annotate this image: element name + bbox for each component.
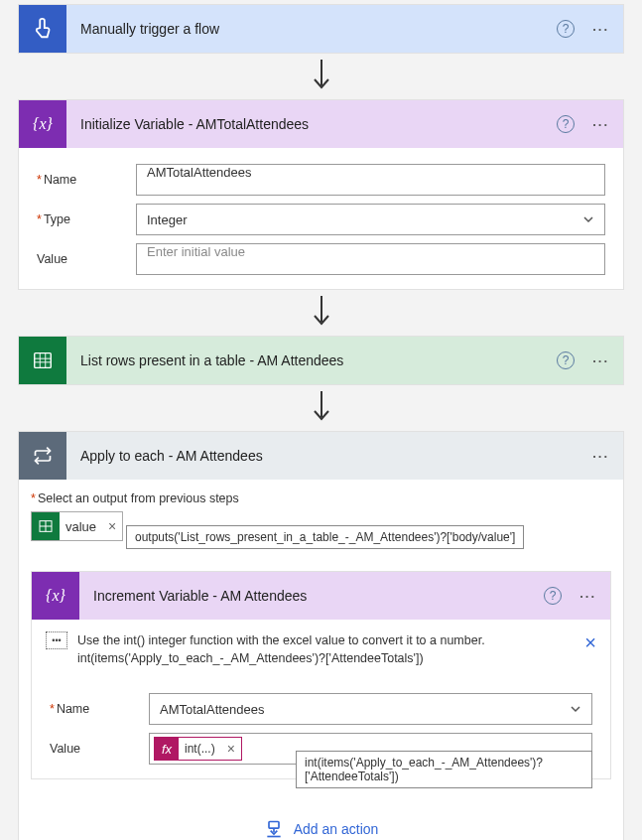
- close-icon[interactable]: ×: [584, 631, 596, 654]
- field-label-value: Value: [37, 252, 136, 266]
- field-label-value: Value: [50, 742, 149, 756]
- comment-icon: •••: [46, 631, 67, 649]
- help-icon[interactable]: ?: [544, 587, 562, 605]
- comment-box: ••• Use the int() integer function with …: [32, 620, 610, 667]
- add-step-icon: [264, 819, 284, 839]
- card-header[interactable]: Apply to each - AM Attendees ···: [19, 432, 623, 480]
- token-remove[interactable]: ×: [102, 518, 122, 534]
- trigger-card[interactable]: Manually trigger a flow ? ···: [18, 4, 624, 54]
- card-title: Manually trigger a flow: [66, 21, 557, 37]
- card-header[interactable]: Manually trigger a flow ? ···: [19, 5, 623, 53]
- increment-variable-card[interactable]: {x} Increment Variable - AM Attendees ? …: [31, 571, 611, 779]
- chevron-down-icon: [570, 703, 581, 715]
- card-header[interactable]: {x} Increment Variable - AM Attendees ? …: [32, 572, 610, 620]
- connector-arrow: [0, 296, 642, 330]
- variable-icon: {x}: [32, 572, 79, 620]
- card-title: List rows present in a table - AM Attend…: [66, 352, 557, 368]
- more-menu[interactable]: ···: [588, 449, 613, 464]
- token-remove[interactable]: ×: [221, 741, 241, 757]
- expression-token[interactable]: fx int(...) ×: [154, 737, 242, 761]
- help-icon[interactable]: ?: [557, 351, 575, 369]
- help-icon[interactable]: ?: [557, 115, 575, 133]
- field-label-name: Name: [50, 702, 149, 716]
- select-output-label: Select an output from previous steps: [31, 491, 611, 505]
- fx-icon: fx: [155, 737, 179, 761]
- excel-icon: [19, 337, 66, 384]
- container-body: Select an output from previous steps val…: [19, 480, 623, 840]
- field-label-name: Name: [37, 173, 136, 187]
- list-rows-card[interactable]: List rows present in a table - AM Attend…: [18, 336, 624, 385]
- card-title: Increment Variable - AM Attendees: [79, 588, 544, 604]
- card-title: Initialize Variable - AMTotalAttendees: [66, 116, 557, 132]
- help-icon[interactable]: ?: [557, 20, 575, 38]
- card-body: Name AMTotalAttendees Value fx int(...) …: [32, 667, 610, 778]
- token-tooltip: outputs('List_rows_present_in_a_table_-_…: [126, 525, 524, 549]
- connector-arrow: [0, 391, 642, 425]
- more-menu[interactable]: ···: [588, 353, 613, 368]
- value-token[interactable]: value ×: [31, 511, 123, 541]
- expression-tooltip: int(items('Apply_to_each_-_AM_Attendees'…: [296, 751, 592, 788]
- type-select[interactable]: Integer: [136, 204, 605, 235]
- card-body: Name AMTotalAttendees Type Integer Value…: [19, 148, 623, 289]
- svg-rect-11: [269, 822, 279, 829]
- comment-text: Use the int() integer function with the …: [77, 631, 485, 667]
- svg-rect-2: [35, 353, 52, 368]
- more-menu[interactable]: ···: [588, 117, 613, 132]
- variable-icon: {x}: [19, 100, 66, 148]
- card-header[interactable]: List rows present in a table - AM Attend…: [19, 337, 623, 384]
- touch-icon: [19, 5, 66, 53]
- apply-to-each-card[interactable]: Apply to each - AM Attendees ··· Select …: [18, 431, 624, 840]
- field-label-type: Type: [37, 212, 136, 226]
- more-menu[interactable]: ···: [588, 22, 613, 37]
- card-title: Apply to each - AM Attendees: [66, 448, 588, 464]
- token-label: int(...): [179, 742, 221, 756]
- more-menu[interactable]: ···: [576, 589, 600, 604]
- add-action-button[interactable]: Add an action: [31, 819, 611, 839]
- output-token-row[interactable]: value × outputs('List_rows_present_in_a_…: [31, 511, 611, 541]
- connector-arrow: [0, 60, 642, 93]
- initialize-variable-card[interactable]: {x} Initialize Variable - AMTotalAttende…: [18, 99, 624, 290]
- excel-icon: [32, 512, 60, 540]
- card-header[interactable]: {x} Initialize Variable - AMTotalAttende…: [19, 100, 623, 148]
- name-input[interactable]: AMTotalAttendees: [136, 164, 605, 196]
- chevron-down-icon: [582, 213, 594, 225]
- loop-icon: [19, 432, 66, 480]
- name-select[interactable]: AMTotalAttendees: [149, 693, 592, 725]
- token-label: value: [60, 519, 102, 534]
- value-input[interactable]: Enter initial value: [136, 243, 605, 275]
